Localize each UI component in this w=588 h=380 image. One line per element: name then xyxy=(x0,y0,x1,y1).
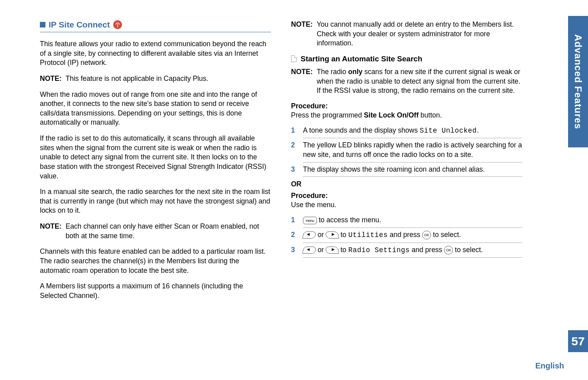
step-body: A tone sounds and the display shows Site… xyxy=(303,126,522,136)
step: 3 The display shows the site roaming ico… xyxy=(291,163,522,177)
step: 1 to access the menu. xyxy=(291,213,522,227)
step-body: or to Utilities and press to select. xyxy=(303,230,522,240)
step: 3 or to Radio Settings and press to sele… xyxy=(291,243,522,258)
step-body: to access the menu. xyxy=(303,215,522,225)
menu-key-icon xyxy=(303,217,317,224)
left-arrow-key-icon xyxy=(302,247,316,254)
note: NOTE: The radio only scans for a new sit… xyxy=(291,67,522,96)
text: and press xyxy=(388,231,423,239)
note: NOTE: Each channel can only have either … xyxy=(40,222,271,241)
left-arrow-key-icon xyxy=(302,231,316,239)
step: 2 The yellow LED blinks rapidly when the… xyxy=(291,138,522,162)
procedure-desc: Use the menu. xyxy=(291,201,522,209)
ok-key-icon xyxy=(444,246,453,255)
note-body: Each channel can only have either Scan o… xyxy=(65,222,271,241)
left-column: IP Site Connect This feature allows your… xyxy=(40,20,271,307)
step: 2 or to Utilities and press to select. xyxy=(291,228,522,243)
step-body: The display shows the site roaming icon … xyxy=(303,165,522,174)
step: 1 A tone sounds and the display shows Si… xyxy=(291,123,522,138)
mono-text: Site Unlocked xyxy=(420,127,477,135)
step-body: or to Radio Settings and press to select… xyxy=(303,245,522,255)
text: . xyxy=(477,126,479,134)
bullet-icon xyxy=(40,22,45,27)
subsection-heading: Starting an Automatic Site Search xyxy=(291,55,522,63)
text: or xyxy=(316,246,326,254)
language-label: English xyxy=(535,361,564,370)
note: NOTE: This feature is not applicable in … xyxy=(40,74,271,84)
step-rule xyxy=(303,176,522,177)
side-tab: Advanced Features xyxy=(568,16,588,147)
paragraph: This feature allows your radio to extend… xyxy=(40,39,271,68)
text: A tone sounds and the display shows xyxy=(303,126,420,134)
paragraph: In a manual site search, the radio searc… xyxy=(40,187,271,215)
text: to xyxy=(338,231,348,239)
section-heading: IP Site Connect xyxy=(40,20,271,29)
note: NOTE: You cannot manually add or delete … xyxy=(291,20,522,48)
or-label: OR xyxy=(291,180,522,188)
ok-key-icon xyxy=(422,231,431,239)
mono-text: Utilities xyxy=(348,231,388,239)
step-number: 1 xyxy=(291,126,297,136)
right-arrow-key-icon xyxy=(325,247,339,254)
subsection-title: Starting an Automatic Site Search xyxy=(301,55,422,63)
bold-text: only xyxy=(348,68,362,76)
bold-text: Site Lock On/Off xyxy=(364,111,419,119)
paragraph: When the radio moves out of range from o… xyxy=(40,90,271,128)
procedure-desc: Press the programmed Site Lock On/Off bu… xyxy=(291,111,522,119)
note-label: NOTE: xyxy=(40,222,61,241)
text: Press the programmed xyxy=(291,111,364,119)
step-rule xyxy=(303,257,522,258)
paragraph: If the radio is set to do this automatic… xyxy=(40,134,271,181)
note-body: This feature is not applicable in Capaci… xyxy=(65,74,271,84)
text: to select. xyxy=(453,246,483,254)
right-arrow-key-icon xyxy=(325,231,339,239)
note-label: NOTE: xyxy=(40,74,61,84)
document-icon xyxy=(291,55,297,62)
heading-rule xyxy=(40,32,271,32)
procedure-label: Procedure: xyxy=(291,192,522,200)
note-label: NOTE: xyxy=(291,20,313,48)
page-body: IP Site Connect This feature allows your… xyxy=(0,0,588,315)
note-body: You cannot manually add or delete an ent… xyxy=(317,20,522,48)
text: or xyxy=(316,231,326,239)
paragraph: Channels with this feature enabled can b… xyxy=(40,247,271,275)
step-number: 3 xyxy=(291,245,297,255)
step-number: 2 xyxy=(291,141,297,159)
text: button. xyxy=(419,111,442,119)
antenna-icon xyxy=(113,20,122,29)
section-title: IP Site Connect xyxy=(49,20,110,29)
note-body: The radio only scans for a new site if t… xyxy=(317,67,522,96)
step-number: 1 xyxy=(291,215,297,225)
paragraph: A Members list supports a maximum of 16 … xyxy=(40,282,271,300)
text: The radio xyxy=(317,68,348,76)
note-label: NOTE: xyxy=(291,67,313,96)
procedure-label: Procedure: xyxy=(291,102,522,110)
text: to select. xyxy=(431,231,461,239)
step-number: 2 xyxy=(291,230,297,240)
mono-text: Radio Settings xyxy=(348,246,410,254)
step-body: The yellow LED blinks rapidly when the r… xyxy=(303,141,522,159)
text: to xyxy=(338,246,348,254)
text: and press xyxy=(410,246,444,254)
step-number: 3 xyxy=(291,165,297,174)
right-column: NOTE: You cannot manually add or delete … xyxy=(291,20,522,307)
text: to access the menu. xyxy=(317,216,381,224)
page-number: 57 xyxy=(568,330,588,352)
